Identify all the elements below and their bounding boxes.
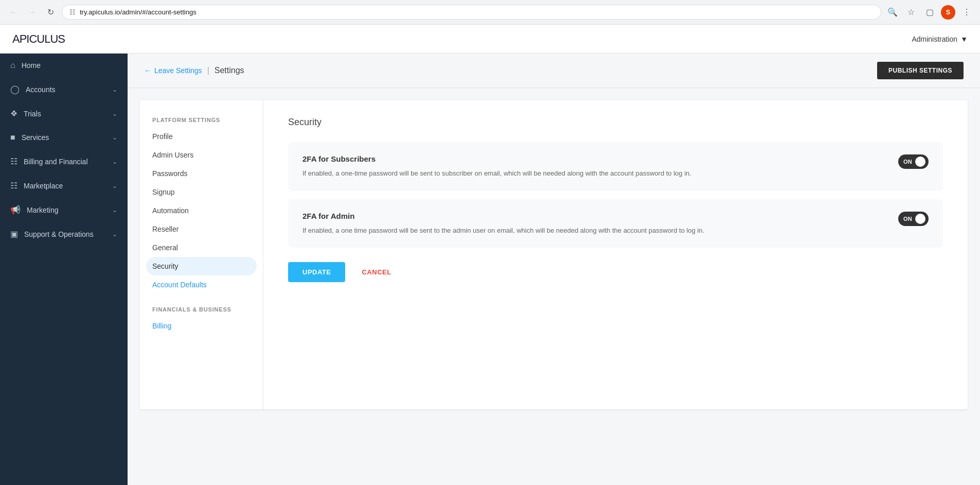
sidebar-item-trials[interactable]: ❖ Trials ⌄ — [0, 101, 128, 126]
app-logo: APICULUS — [12, 32, 65, 46]
sidebar-item-label: Support & Operations — [24, 230, 94, 238]
app-header: APICULUS Administration ▼ — [0, 25, 980, 54]
nav-item-reseller[interactable]: Reseller — [140, 220, 263, 238]
sidebar-item-label: Services — [22, 133, 49, 142]
nav-item-automation[interactable]: Automation — [140, 201, 263, 220]
sidebar-item-label: Accounts — [26, 85, 56, 94]
2fa-subscribers-toggle[interactable]: ON — [898, 154, 929, 169]
chevron-down-icon: ⌄ — [112, 231, 117, 238]
bookmark-button[interactable]: ☆ — [904, 5, 918, 20]
sidebar-item-marketplace[interactable]: ☷ Marketplace ⌄ — [0, 174, 128, 198]
profile-avatar[interactable]: S — [941, 5, 955, 20]
toggle-knob — [915, 157, 925, 167]
billing-icon: ☷ — [10, 157, 17, 166]
services-icon: ■ — [10, 133, 15, 142]
breadcrumb-separator: | — [207, 66, 209, 75]
nav-item-account-defaults[interactable]: Account Defaults — [140, 275, 263, 294]
nav-item-admin-users[interactable]: Admin Users — [140, 146, 263, 164]
dropdown-icon: ▼ — [960, 35, 968, 43]
nav-item-billing[interactable]: Billing — [140, 317, 263, 335]
back-arrow-icon: ← — [144, 66, 151, 75]
marketplace-icon: ☷ — [10, 181, 17, 190]
sidebar-item-services[interactable]: ■ Services ⌄ — [0, 126, 128, 149]
support-icon: ▣ — [10, 229, 18, 239]
chevron-down-icon: ⌄ — [112, 134, 117, 141]
extension-button[interactable]: ▢ — [922, 5, 937, 20]
sidebar-item-label: Billing and Financial — [24, 158, 88, 166]
settings-main: Security 2FA for Subscribers If enabled,… — [263, 100, 968, 409]
menu-button[interactable]: ⋮ — [959, 5, 974, 20]
chevron-down-icon: ⌄ — [112, 206, 117, 214]
admin-label: Administration — [912, 35, 957, 43]
nav-item-signup[interactable]: Signup — [140, 183, 263, 201]
leave-settings-link[interactable]: ← Leave Settings — [144, 66, 202, 75]
chevron-down-icon: ⌄ — [112, 158, 117, 165]
cancel-button[interactable]: CANCEL — [353, 262, 399, 282]
update-button[interactable]: UPDATE — [288, 262, 345, 282]
back-link-label: Leave Settings — [154, 66, 202, 75]
2fa-subscribers-title: 2FA for Subscribers — [302, 154, 888, 163]
forward-button[interactable]: → — [25, 5, 39, 20]
sidebar-item-label: Trials — [24, 110, 41, 118]
address-bar[interactable]: ☷ try.apiculus.io/admin/#/account-settin… — [62, 5, 881, 20]
sidebar-item-support[interactable]: ▣ Support & Operations ⌄ — [0, 222, 128, 246]
2fa-admin-desc: If enabled, a one time password will be … — [302, 226, 888, 236]
sidebar-item-label: Marketplace — [24, 182, 63, 190]
trials-icon: ❖ — [10, 109, 17, 118]
sidebar-item-label: Home — [22, 61, 41, 70]
admin-dropdown[interactable]: Administration ▼ — [912, 35, 968, 43]
home-icon: ⌂ — [10, 61, 15, 70]
reload-button[interactable]: ↻ — [43, 5, 58, 20]
nav-item-general[interactable]: General — [140, 238, 263, 257]
accounts-icon: ◯ — [10, 84, 20, 94]
2fa-admin-toggle[interactable]: ON — [898, 212, 929, 226]
sidebar-item-label: Marketing — [27, 206, 58, 214]
browser-actions: 🔍 ☆ ▢ S ⋮ — [885, 5, 974, 20]
url-text: try.apiculus.io/admin/#/account-settings — [80, 8, 874, 16]
chevron-down-icon: ⌄ — [112, 182, 117, 189]
sidebar-item-accounts[interactable]: ◯ Accounts ⌄ — [0, 77, 128, 101]
page-header: ← Leave Settings | Settings PUBLISH SETT… — [128, 54, 980, 88]
nav-item-profile[interactable]: Profile — [140, 127, 263, 146]
financials-title: FINANCIALS & BUSINESS — [140, 302, 263, 317]
sidebar-item-marketing[interactable]: 📢 Marketing ⌄ — [0, 198, 128, 222]
settings-container: PLATFORM SETTINGS Profile Admin Users Pa… — [140, 100, 968, 409]
sidebar-item-billing[interactable]: ☷ Billing and Financial ⌄ — [0, 149, 128, 174]
2fa-subscribers-card: 2FA for Subscribers If enabled, a one-ti… — [288, 142, 943, 191]
toggle-on-label: ON — [903, 159, 912, 165]
2fa-admin-title: 2FA for Admin — [302, 212, 888, 220]
breadcrumb: ← Leave Settings | Settings — [144, 66, 244, 75]
marketing-icon: 📢 — [10, 205, 21, 215]
2fa-admin-card: 2FA for Admin If enabled, a one time pas… — [288, 199, 943, 248]
chevron-down-icon: ⌄ — [112, 86, 117, 93]
sidebar: ⌂ Home ◯ Accounts ⌄ ❖ Trials ⌄ ■ Service… — [0, 54, 128, 485]
page-title: Settings — [215, 66, 244, 75]
app-body: ⌂ Home ◯ Accounts ⌄ ❖ Trials ⌄ ■ Service… — [0, 54, 980, 485]
main-content: ← Leave Settings | Settings PUBLISH SETT… — [128, 54, 980, 485]
browser-chrome: ← → ↻ ☷ try.apiculus.io/admin/#/account-… — [0, 0, 980, 25]
settings-nav: PLATFORM SETTINGS Profile Admin Users Pa… — [140, 100, 263, 409]
publish-settings-button[interactable]: PUBLISH SETTINGS — [877, 62, 964, 79]
platform-settings-title: PLATFORM SETTINGS — [140, 113, 263, 127]
action-buttons: UPDATE CANCEL — [288, 262, 943, 282]
logo-text: APICULUS — [12, 32, 65, 45]
back-button[interactable]: ← — [6, 5, 21, 20]
toggle-knob — [915, 214, 925, 224]
address-icon: ☷ — [69, 8, 76, 16]
nav-item-passwords[interactable]: Passwords — [140, 164, 263, 183]
sidebar-item-home[interactable]: ⌂ Home — [0, 54, 128, 77]
search-button[interactable]: 🔍 — [885, 5, 900, 20]
security-section-title: Security — [288, 117, 943, 128]
2fa-subscribers-desc: If enabled, a one-time password will be … — [302, 168, 888, 179]
chevron-down-icon: ⌄ — [112, 110, 117, 117]
nav-item-security[interactable]: Security — [146, 257, 257, 275]
toggle-on-label: ON — [903, 216, 912, 222]
